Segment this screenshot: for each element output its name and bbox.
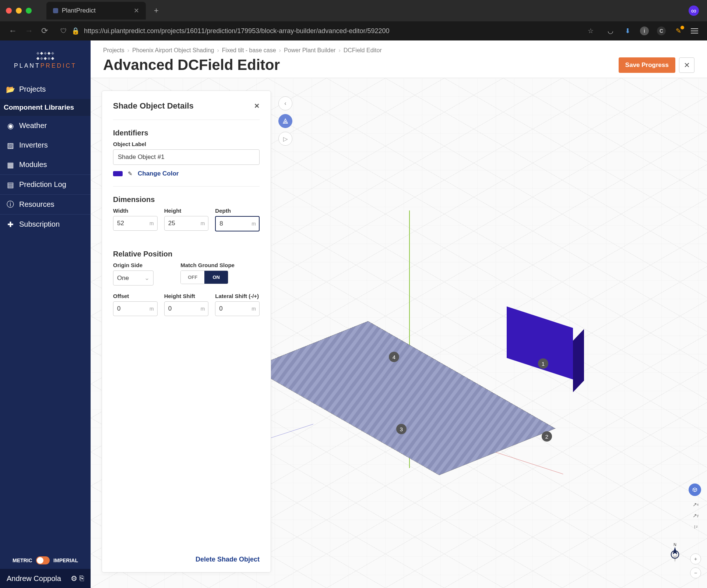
dimensions-header: Dimensions (113, 195, 260, 204)
download-icon[interactable]: ⬇ (623, 26, 632, 35)
offset-label: Offset (113, 293, 158, 299)
identifiers-header: Identifiers (113, 129, 260, 137)
window-controls (6, 8, 32, 14)
inverter-icon: ▨ (7, 142, 14, 149)
color-swatch (113, 171, 123, 176)
view-perspective-button[interactable] (689, 483, 701, 496)
folder-icon: 📂 (7, 86, 14, 93)
close-tab-icon[interactable]: ✕ (134, 7, 139, 15)
logout-icon[interactable]: ⎘ (80, 574, 84, 583)
info-icon[interactable]: i (640, 26, 649, 35)
forward-button[interactable]: → (25, 26, 33, 36)
collapse-button[interactable]: ‹ (278, 96, 292, 110)
settings-icon[interactable]: ⚙ (71, 574, 77, 583)
viewport-left-tools: ‹ ▷ (278, 96, 292, 146)
browser-tab[interactable]: PlantPredict ✕ (46, 2, 146, 20)
panel-title: Shade Object Details (113, 101, 194, 111)
breadcrumb-link[interactable]: Projects (103, 47, 124, 54)
delete-shade-link[interactable]: Delete Shade Object (196, 556, 260, 563)
compass-icon: N (664, 543, 686, 566)
pocket-icon[interactable]: ◡ (606, 26, 615, 35)
toggle-off[interactable]: OFF (181, 271, 204, 284)
sidebar-item-prediction-log[interactable]: ▤Prediction Log (0, 175, 91, 194)
favicon-icon (53, 8, 58, 13)
depth-label: Depth (215, 208, 260, 214)
breadcrumb-link[interactable]: Fixed tilt - base case (222, 47, 276, 54)
save-button[interactable]: Save Progress (619, 57, 675, 73)
modules-icon: ▦ (7, 161, 14, 169)
relative-position-header: Relative Position (113, 250, 260, 258)
back-button[interactable]: ← (9, 26, 17, 36)
menu-icon[interactable] (691, 28, 698, 33)
sidebar: PLANTPREDICT 📂Projects Component Librari… (0, 40, 91, 588)
shade-tool-button[interactable] (278, 114, 292, 128)
breadcrumb-link[interactable]: Power Plant Builder (284, 47, 336, 54)
svg-text:N: N (673, 543, 676, 547)
shield-icon: 🛡 (60, 27, 67, 35)
logo: PLANTPREDICT (0, 40, 91, 79)
chevron-down-icon: ⌄ (144, 274, 150, 282)
zoom-in-button[interactable]: + (690, 553, 701, 564)
maximize-window-icon[interactable] (26, 8, 32, 14)
account-icon[interactable]: C (657, 26, 666, 35)
page-header: Projects› Phoenix Airport Object Shading… (91, 40, 707, 78)
browser-tab-strip: PlantPredict ✕ + ∞ (0, 0, 707, 21)
lock-icon: 🔒 (71, 27, 80, 35)
close-editor-button[interactable]: ✕ (679, 57, 694, 73)
view-x-button[interactable]: ↗x (690, 499, 701, 510)
change-color-link[interactable]: Change Color (138, 170, 179, 177)
url-text: https://ui.plantpredict.com/projects/160… (84, 27, 390, 35)
match-slope-toggle[interactable]: OFF ON (180, 270, 228, 284)
toggle-on[interactable]: ON (204, 271, 228, 284)
sidebar-item-projects[interactable]: 📂Projects (0, 79, 91, 99)
breadcrumb-current: DCField Editor (344, 47, 382, 54)
breadcrumb: Projects› Phoenix Airport Object Shading… (103, 47, 694, 54)
user-bar: Andrew Coppola ⚙ ⎘ (0, 569, 91, 588)
extension-icon[interactable]: ∞ (689, 6, 699, 16)
details-panel: Shade Object Details ✕ Identifiers Objec… (102, 91, 271, 573)
height-label: Height (164, 208, 209, 214)
canvas-viewport[interactable]: ‹ ▷ 1 2 3 4 (91, 78, 707, 588)
browser-toolbar: ← → ⟳ 🛡 🔒 https://ui.plantpredict.com/pr… (0, 21, 707, 40)
origin-side-label: Origin Side (113, 262, 174, 268)
sidebar-section-libraries: Component Libraries (0, 99, 91, 116)
page-title: Advanced DCField Editor (103, 57, 280, 73)
new-tab-button[interactable]: + (154, 6, 159, 15)
bookmark-icon[interactable]: ☆ (588, 27, 594, 35)
sidebar-item-modules[interactable]: ▦Modules (0, 155, 91, 174)
match-slope-label: Match Ground Slope (180, 262, 260, 268)
close-window-icon[interactable] (6, 8, 12, 14)
info-circle-icon: ⓘ (7, 201, 14, 208)
sidebar-item-inverters[interactable]: ▨Inverters (0, 135, 91, 155)
unit-toggle[interactable]: METRIC IMPERIAL (0, 552, 91, 569)
url-bar[interactable]: 🛡 🔒 https://ui.plantpredict.com/projects… (56, 27, 598, 35)
breadcrumb-link[interactable]: Phoenix Airport Object Shading (132, 47, 214, 54)
notification-icon[interactable]: ✎ (674, 26, 683, 35)
origin-side-select[interactable]: One ⌄ (113, 270, 154, 286)
panel-close-button[interactable]: ✕ (254, 102, 260, 110)
view-y-button[interactable]: ↗y (690, 510, 701, 521)
plus-square-icon: ✚ (7, 221, 14, 228)
tab-title: PlantPredict (62, 7, 96, 14)
pencil-icon: ✎ (128, 170, 133, 177)
user-name: Andrew Coppola (7, 574, 61, 583)
sidebar-item-subscription[interactable]: ✚Subscription (0, 215, 91, 234)
play-tool-button[interactable]: ▷ (278, 132, 292, 146)
object-label-input[interactable] (113, 149, 260, 165)
zoom-out-button[interactable]: − (690, 567, 701, 578)
width-label: Width (113, 208, 158, 214)
view-z-button[interactable]: ↕z (690, 521, 701, 532)
lateral-shift-label: Lateral Shift (-/+) (215, 293, 260, 299)
height-shift-label: Height Shift (164, 293, 209, 299)
sidebar-item-weather[interactable]: ◉Weather (0, 116, 91, 135)
weather-icon: ◉ (7, 122, 14, 130)
log-icon: ▤ (7, 181, 14, 188)
minimize-window-icon[interactable] (16, 8, 22, 14)
reload-button[interactable]: ⟳ (41, 26, 48, 36)
sidebar-item-resources[interactable]: ⓘResources (0, 195, 91, 214)
toggle-switch-icon[interactable] (36, 556, 50, 564)
object-label-label: Object Label (113, 141, 260, 147)
